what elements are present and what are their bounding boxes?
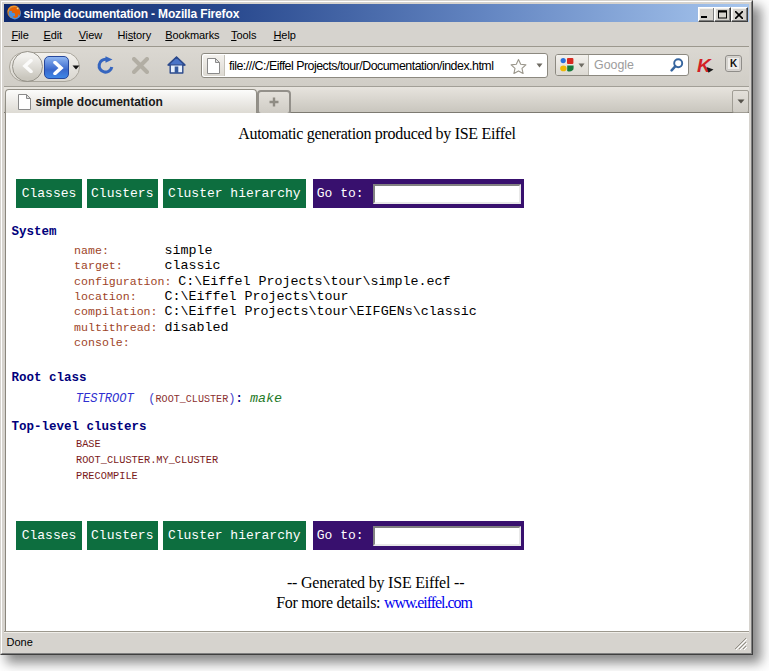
- svg-text:K: K: [697, 55, 712, 75]
- svg-text:K: K: [730, 58, 738, 69]
